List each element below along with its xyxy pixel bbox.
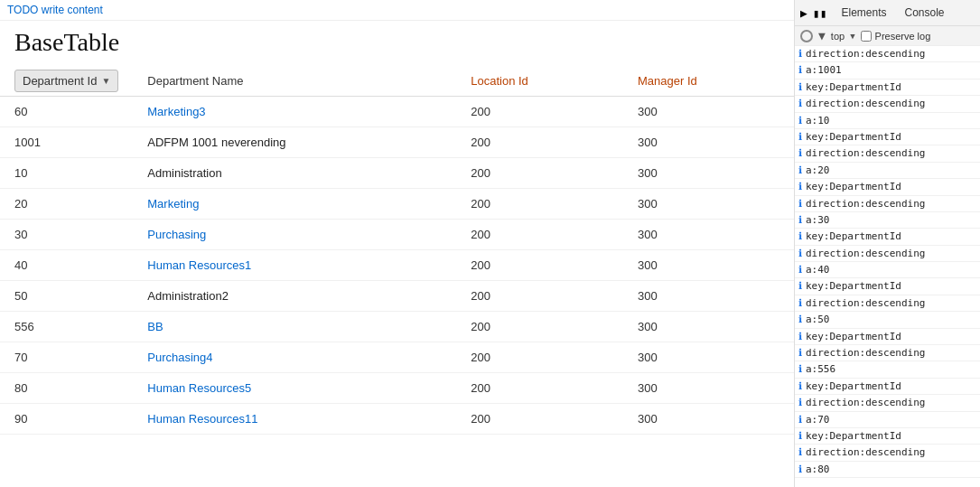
log-text: a:10 (806, 114, 830, 127)
log-text: a:30 (806, 213, 830, 227)
device-icon[interactable]: ▮▮ (813, 6, 827, 20)
log-entry: ℹdirection:descending (795, 196, 980, 212)
cell-dept-name[interactable]: BB (133, 312, 456, 342)
log-entry: ℹdirection:descending (795, 395, 980, 411)
log-text: key:DepartmentId (806, 180, 901, 193)
cell-manager-id: 300 (623, 189, 794, 220)
log-entry: ℹkey:DepartmentId (795, 80, 980, 96)
info-icon: ℹ (798, 280, 802, 292)
cell-dept-name[interactable]: Purchasing (133, 220, 456, 250)
info-icon: ℹ (798, 446, 802, 458)
cursor-icon[interactable]: ▶ (800, 6, 807, 20)
cell-location-id: 200 (456, 220, 623, 250)
log-text: a:70 (806, 413, 830, 426)
log-entry: ℹdirection:descending (795, 345, 980, 361)
filter-chevron-icon[interactable]: ▼ (850, 32, 854, 41)
cell-dept-id: 10 (0, 158, 133, 189)
cell-dept-id: 60 (0, 97, 133, 127)
info-icon: ℹ (798, 115, 802, 126)
col-header-location-id: Location Id (456, 66, 623, 97)
preserve-log-checkbox[interactable] (861, 31, 872, 42)
cell-manager-id: 300 (623, 158, 794, 189)
cell-location-id: 200 (456, 281, 623, 312)
log-text: a:20 (806, 164, 830, 177)
table-row: 50Administration2200300 (0, 281, 794, 312)
cell-dept-id: 1001 (0, 127, 133, 158)
log-entry: ℹkey:DepartmentId (795, 129, 980, 145)
cell-dept-name[interactable]: Purchasing4 (133, 342, 456, 373)
log-entry: ℹkey:DepartmentId (795, 428, 980, 445)
cell-manager-id: 300 (623, 220, 794, 250)
info-icon: ℹ (798, 214, 802, 226)
table-row: 1001ADFPM 1001 neverending200300 (0, 127, 794, 158)
log-text: key:DepartmentId (806, 80, 901, 94)
cell-dept-name[interactable]: Marketing (133, 189, 456, 220)
info-icon: ℹ (798, 297, 802, 309)
log-text: a:1001 (806, 63, 842, 77)
log-text: direction:descending (806, 146, 925, 160)
cell-manager-id: 300 (623, 342, 794, 373)
tab-console[interactable]: Console (896, 4, 954, 22)
log-entry: ℹkey:DepartmentId (795, 229, 980, 245)
log-text: a:556 (806, 362, 835, 376)
cell-dept-name[interactable]: Human Resources5 (133, 373, 456, 404)
table-row: 20Marketing200300 (0, 189, 794, 220)
log-text: a:50 (806, 313, 830, 326)
log-entry: ℹa:30 (795, 212, 980, 229)
main-panel: TODO write content BaseTable Department … (0, 0, 795, 487)
info-icon: ℹ (798, 230, 802, 242)
log-text: direction:descending (806, 396, 925, 409)
info-icon: ℹ (798, 264, 802, 276)
log-text: key:DepartmentId (806, 229, 901, 243)
info-icon: ℹ (798, 314, 802, 325)
info-icon: ℹ (798, 380, 802, 392)
chevron-down-icon: ▼ (101, 76, 110, 86)
filter-icon[interactable]: ▼ (818, 29, 826, 42)
cell-manager-id: 300 (623, 373, 794, 404)
todo-text: TODO write content (7, 4, 103, 16)
tab-elements[interactable]: Elements (832, 4, 895, 22)
cell-dept-name[interactable]: Human Resources11 (133, 404, 456, 435)
info-icon: ℹ (798, 363, 802, 375)
stop-icon[interactable] (800, 30, 813, 42)
log-text: direction:descending (806, 296, 925, 310)
log-entry: ℹkey:DepartmentId (795, 278, 980, 295)
console-bar: ▼ top ▼ Preserve log (795, 26, 980, 46)
log-entry: ℹdirection:descending (795, 295, 980, 312)
info-icon: ℹ (798, 98, 802, 109)
log-entry: ℹa:556 (795, 361, 980, 378)
info-icon: ℹ (798, 48, 802, 60)
cell-manager-id: 300 (623, 281, 794, 312)
info-icon: ℹ (798, 147, 802, 159)
cell-dept-id: 90 (0, 404, 133, 435)
cell-location-id: 200 (456, 373, 623, 404)
cell-dept-name[interactable]: Marketing3 (133, 97, 456, 127)
cell-dept-name: Administration (133, 158, 456, 189)
log-entry: ℹa:1001 (795, 62, 980, 79)
dept-id-sort-button[interactable]: Department Id ▼ (14, 70, 118, 92)
log-text: direction:descending (806, 197, 925, 211)
cell-manager-id: 300 (623, 404, 794, 435)
info-icon: ℹ (798, 248, 802, 259)
info-icon: ℹ (798, 347, 802, 359)
dept-id-label: Department Id (23, 74, 97, 88)
todo-bar: TODO write content (0, 0, 794, 21)
cell-dept-name: Administration2 (133, 281, 456, 312)
cell-location-id: 200 (456, 189, 623, 220)
table-container: Department Id ▼ Department Name Location… (0, 66, 794, 487)
cell-manager-id: 300 (623, 97, 794, 127)
cell-location-id: 200 (456, 127, 623, 158)
info-icon: ℹ (798, 164, 802, 176)
cell-dept-id: 40 (0, 250, 133, 281)
table-row: 60Marketing3200300 (0, 97, 794, 127)
info-icon: ℹ (798, 64, 802, 76)
log-entry: ℹa:10 (795, 113, 980, 129)
cell-dept-name[interactable]: Human Resources1 (133, 250, 456, 281)
log-text: direction:descending (806, 346, 925, 360)
table-row: 40Human Resources1200300 (0, 250, 794, 281)
devtools-tabs: Elements Console (832, 4, 953, 22)
log-entry: ℹa:50 (795, 312, 980, 328)
log-entry: ℹdirection:descending (795, 145, 980, 162)
devtools-panel: ▶ ▮▮ Elements Console ▼ top ▼ Preserve l… (795, 0, 980, 487)
cell-dept-id: 50 (0, 281, 133, 312)
